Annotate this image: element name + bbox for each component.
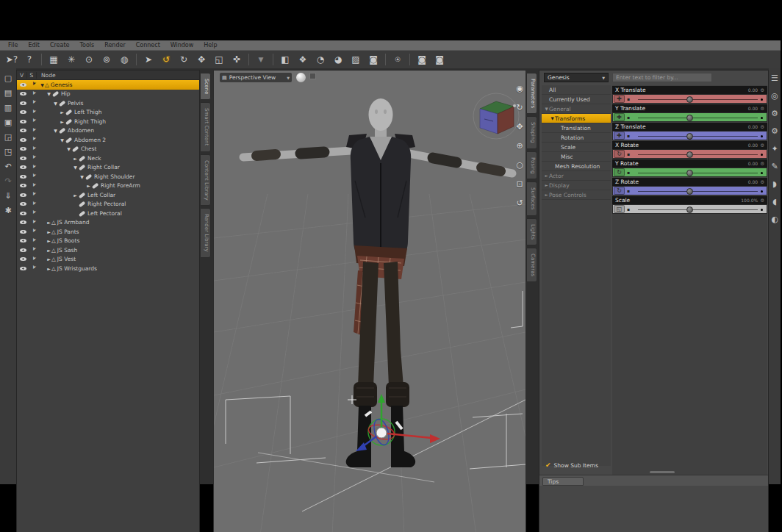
- nudge-up-dot[interactable]: [761, 190, 763, 193]
- visibility-eye-icon[interactable]: [20, 147, 26, 151]
- rotate-tool[interactable]: ↺: [157, 52, 175, 67]
- nudge-up-dot[interactable]: [761, 98, 763, 101]
- expander-down-icon[interactable]: ▼: [544, 107, 549, 111]
- nudge-down-icon[interactable]: ▪: [627, 170, 630, 175]
- selection-pointer-icon[interactable]: ➤: [29, 245, 37, 254]
- tree-row-right-forearm[interactable]: ➤►Right ForeArm: [17, 181, 199, 191]
- tree-row-hip[interactable]: ➤▼Hip: [17, 90, 199, 99]
- region-navigator-tool[interactable]: ◕: [329, 52, 347, 67]
- visibility-eye-icon[interactable]: [20, 267, 26, 270]
- tree-row-chest[interactable]: ➤▼Chest: [17, 145, 199, 154]
- slider-handle[interactable]: [686, 96, 693, 103]
- selection-column-header[interactable]: S: [26, 72, 36, 79]
- zoom-camera-icon[interactable]: ○: [516, 160, 523, 170]
- selection-pointer-icon[interactable]: ➤: [29, 98, 37, 107]
- install-content-icon[interactable]: ⇓: [4, 192, 11, 200]
- tree-row-right-pectoral[interactable]: ➤Right Pectoral: [17, 200, 199, 209]
- expander-right-icon[interactable]: ►: [73, 193, 78, 198]
- tab-smart-content[interactable]: Smart Content: [200, 102, 211, 151]
- pin-tool[interactable]: ⍟: [389, 52, 406, 67]
- view-selector-dropdown[interactable]: ▤ Perspective View ▼: [220, 73, 292, 82]
- undo-icon[interactable]: ↶: [4, 162, 11, 170]
- menu-render[interactable]: Render: [99, 42, 130, 48]
- reset-camera-icon[interactable]: ↺: [517, 198, 523, 208]
- slider-handle[interactable]: [686, 115, 693, 121]
- expander-down-icon[interactable]: ▼: [73, 165, 78, 170]
- tips-tab[interactable]: Tips: [542, 477, 584, 486]
- visibility-eye-icon[interactable]: [20, 101, 26, 105]
- tree-row-neck[interactable]: ➤►Neck: [17, 154, 199, 163]
- expander-right-icon[interactable]: ►: [46, 220, 51, 225]
- param-group-display[interactable]: ►Display: [542, 181, 611, 190]
- menu-file[interactable]: File: [3, 42, 23, 48]
- nudge-up-dot[interactable]: [761, 154, 763, 156]
- active-pose-tool[interactable]: ↻: [175, 52, 193, 67]
- tree-row-abdomen-2[interactable]: ➤▼Abdomen 2: [17, 135, 199, 145]
- tab-lights[interactable]: Lights: [526, 218, 537, 245]
- tab-cameras[interactable]: Cameras: [526, 248, 537, 282]
- slider-handle[interactable]: [686, 170, 693, 176]
- menu-edit[interactable]: Edit: [23, 42, 45, 48]
- measure-metrics-tool[interactable]: ▨: [347, 52, 365, 67]
- selection-pointer-icon[interactable]: ➤: [29, 181, 37, 190]
- slider-track-z-translate[interactable]: ✚▪: [612, 131, 767, 140]
- expander-down-icon[interactable]: ▼: [60, 137, 65, 143]
- nudge-down-icon[interactable]: ▪: [627, 188, 630, 193]
- visibility-eye-icon[interactable]: [20, 157, 26, 160]
- selection-pointer-icon[interactable]: ➤: [29, 117, 37, 126]
- menu-window[interactable]: Window: [165, 42, 199, 48]
- node-column-header[interactable]: Node: [36, 72, 199, 79]
- expander-down-icon[interactable]: ▼: [53, 101, 58, 106]
- expander-right-icon[interactable]: ►: [46, 266, 51, 271]
- param-group-currently-used[interactable]: Currently Used: [542, 95, 611, 104]
- param-group-general[interactable]: ▼General: [542, 104, 611, 114]
- new-file-icon[interactable]: ▢: [4, 74, 12, 82]
- slider-handle[interactable]: [686, 188, 693, 195]
- tree-row-abdomen[interactable]: ➤▼Abdomen: [17, 126, 199, 136]
- slider-track-scale[interactable]: ◱▪: [612, 204, 767, 214]
- parameter-filter-input[interactable]: Enter text to filter by...: [612, 73, 712, 82]
- new-camera[interactable]: ▦: [45, 52, 62, 67]
- nudge-up-dot[interactable]: [761, 135, 763, 137]
- visibility-eye-icon[interactable]: [20, 165, 26, 169]
- point-light[interactable]: ⊙: [80, 52, 98, 67]
- joint-editor-icon[interactable]: ✎: [771, 162, 778, 170]
- visibility-eye-icon[interactable]: [20, 83, 26, 87]
- gear-icon[interactable]: ⚙: [760, 143, 764, 148]
- nudge-up-dot[interactable]: [761, 172, 763, 174]
- nudge-down-icon[interactable]: ▪: [627, 151, 630, 157]
- redo-icon[interactable]: ↷: [4, 177, 11, 185]
- menu-help[interactable]: Help: [198, 42, 222, 48]
- selection-pointer-icon[interactable]: ➤: [29, 135, 37, 144]
- visibility-eye-icon[interactable]: [20, 110, 26, 114]
- expander-right-icon[interactable]: ►: [86, 183, 91, 188]
- slider-track-y-rotate[interactable]: ↻▪: [612, 168, 767, 177]
- shaping-icon[interactable]: ◗: [772, 180, 777, 188]
- filter-menu[interactable]: ▼: [252, 52, 270, 67]
- visibility-column-header[interactable]: V: [17, 72, 26, 79]
- param-group-translation[interactable]: Translation: [542, 123, 611, 133]
- visibility-eye-icon[interactable]: [20, 193, 26, 197]
- visibility-eye-icon[interactable]: [20, 138, 26, 142]
- save-icon[interactable]: ▣: [4, 118, 12, 126]
- selection-pointer-icon[interactable]: ➤: [29, 227, 37, 236]
- visibility-eye-icon[interactable]: [20, 202, 26, 206]
- visibility-eye-icon[interactable]: [20, 129, 26, 132]
- tab-content-library[interactable]: Content Library: [200, 154, 211, 206]
- tree-row-js-vest[interactable]: ➤►△JS Vest: [17, 255, 199, 265]
- gear-icon[interactable]: ⚙: [760, 124, 764, 130]
- slider-track-y-translate[interactable]: ✚▪: [612, 112, 767, 122]
- drawstyle-ball-icon[interactable]: [296, 73, 306, 82]
- expander-down-icon[interactable]: ▼: [53, 128, 58, 133]
- visibility-eye-icon[interactable]: [20, 220, 26, 224]
- tree-row-js-sash[interactable]: ➤►△JS Sash: [17, 245, 199, 255]
- render-settings-camera[interactable]: ◙: [431, 52, 448, 67]
- tree-row-left-pectoral[interactable]: ➤Left Pectoral: [17, 209, 199, 218]
- param-group-transforms[interactable]: ▼Transforms: [542, 114, 611, 123]
- visibility-eye-icon[interactable]: [20, 230, 26, 234]
- scale-tool[interactable]: ◱: [210, 52, 228, 67]
- gear-icon[interactable]: ⚙: [760, 161, 764, 167]
- gear-icon[interactable]: ⚙: [760, 198, 764, 204]
- selection-pointer-icon[interactable]: ➤: [29, 126, 37, 135]
- character-model[interactable]: [243, 98, 512, 467]
